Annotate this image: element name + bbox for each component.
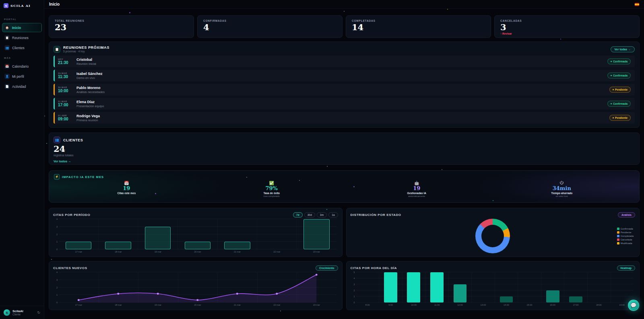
x-tick: 21 mar [217, 251, 257, 253]
impact-sublabel: mes completado [199, 195, 345, 197]
meetings-card-header: 📋 REUNIONES PRÓXIMAS 5 próximas · 4 hoy … [54, 46, 635, 53]
y-tick: 2 [53, 233, 58, 236]
status-badge: Confirmada [607, 101, 631, 107]
data-point-19-mar[interactable] [157, 293, 159, 295]
bar-11-00[interactable] [430, 272, 444, 302]
bar-20-mar[interactable] [185, 242, 211, 249]
filter-1a[interactable]: 1a [328, 212, 338, 218]
meeting-row[interactable]: 01 ABR09:00Rodrigo VegaPrimera reuniónPe… [54, 112, 635, 124]
data-point-22-mar[interactable] [276, 293, 278, 295]
sidebar-item-calendario[interactable]: 📅Calendario [2, 62, 42, 71]
chart-title-periodo: CITAS POR PERÍODO [53, 213, 90, 217]
legend-item-cancelada[interactable]: Cancelada [617, 238, 634, 241]
meeting-time: 09:00 [58, 117, 72, 121]
bar-18-mar[interactable] [105, 242, 131, 249]
bar-9-00[interactable] [384, 272, 397, 302]
meeting-time: 11:30 [58, 75, 72, 79]
upcoming-meetings-card: 📋 REUNIONES PRÓXIMAS 5 próximas · 4 hoy … [49, 41, 640, 128]
impact-value: 19 [344, 186, 489, 191]
view-all-clients-link[interactable]: Ver todos → [54, 160, 71, 163]
refresh-session-icon[interactable]: ↻ [37, 311, 40, 315]
meetings-title: REUNIONES PRÓXIMAS [63, 46, 109, 50]
impact-stat-tiempo-ahorrado: 34minTiempo ahorradoen este mes [489, 180, 635, 197]
chart-title-horas: CITAS POR HORA DEL DÍA [351, 266, 397, 270]
main-area: Inicio TOTAL REUNIONES23CONFIRMADAS4COMP… [44, 0, 644, 319]
bar-21-mar[interactable] [224, 242, 250, 249]
impact-sublabel: automáticamente [344, 195, 489, 197]
status-badge: Pendiente [609, 87, 631, 93]
bar-14-00[interactable] [500, 296, 513, 302]
x-tick: 13:00 [472, 304, 495, 306]
data-point-18-mar[interactable] [117, 293, 119, 295]
sidebar-item-mi-perfil[interactable]: 👤Mi perfil [2, 72, 42, 81]
sidebar-item-clientes[interactable]: 👥Clientes [2, 43, 42, 52]
bar-12-00[interactable] [454, 284, 467, 302]
view-all-meetings-button[interactable]: Ver todas → [611, 46, 635, 52]
bar-23-mar[interactable] [303, 219, 329, 249]
chart-card-clientes-nuevos: CLIENTES NUEVOS Crecimiento 0123417 mar1… [49, 261, 343, 310]
bar-17-00[interactable] [569, 296, 582, 302]
stat-label: CANCELADAS [500, 19, 634, 22]
line-chart-clientes-nuevos: 0123417 mar18 mar19 mar20 mar21 mar22 ma… [53, 272, 338, 307]
donut-chart[interactable] [475, 219, 510, 253]
meetings-header-text: REUNIONES PRÓXIMAS 5 próximas · 4 hoy [63, 46, 109, 53]
impact-value: 34min [489, 186, 635, 191]
legend-item-completada[interactable]: Completada [617, 235, 634, 237]
legend-item-pendiente[interactable]: Pendiente [617, 231, 634, 234]
stat-value: 4 [203, 23, 336, 32]
legend-label: Modificada [621, 242, 632, 244]
meeting-row[interactable]: 29 MAR11:30Isabel SánchezDemo en vivoCon… [54, 70, 635, 81]
legend-item-confirmada[interactable]: Confirmada [617, 228, 634, 230]
stat-label: TOTAL REUNIONES [55, 19, 188, 22]
x-tick: 10:00 [402, 304, 425, 306]
bar-17-mar[interactable] [66, 242, 91, 249]
stat-card-canceladas: CANCELADAS3↑ Revisar [494, 15, 640, 38]
meeting-row[interactable]: 31 MAR17:00Elena DíazPresentación equipo… [54, 98, 635, 110]
sidebar-item-inicio[interactable]: 🏠Inicio [2, 23, 42, 32]
bar-19-mar[interactable] [145, 227, 171, 249]
data-point-20-mar[interactable] [196, 299, 198, 301]
x-tick: 17 mar [59, 251, 99, 253]
impact-value: 79% [199, 186, 345, 191]
meeting-detail: Presentación equipo [76, 104, 104, 108]
x-axis: 17 mar18 mar19 mar20 mar21 mar22 mar23 m… [59, 250, 336, 253]
content: TOTAL REUNIONES23CONFIRMADAS4COMPLETADAS… [44, 9, 644, 319]
impact-sublabel [54, 195, 199, 197]
calendario-icon: 📅 [4, 64, 10, 69]
data-point-21-mar[interactable] [236, 293, 238, 295]
bar-16-00[interactable] [546, 290, 559, 302]
meeting-row[interactable]: HOY21:30CristobalReunión inicialConfirma… [54, 56, 635, 67]
meeting-name: Elena Díaz [76, 100, 104, 104]
review-alert[interactable]: ↑ Revisar [500, 32, 634, 35]
meeting-datetime: 31 MAR17:00 [58, 100, 72, 107]
sidebar-item-label: Inicio [12, 26, 21, 30]
meeting-list: HOY21:30CristobalReunión inicialConfirma… [54, 56, 635, 124]
meetings-icon: 📋 [54, 46, 60, 53]
filter-3m[interactable]: 3m [317, 212, 327, 218]
meeting-detail: Reunión inicial [76, 62, 96, 66]
legend-label: Confirmada [621, 228, 633, 230]
sidebar-user-card[interactable]: S ScilaAI Cliente ↻ [0, 306, 44, 319]
clients-card: 👥 CLIENTES 24 registros totales Ver todo… [49, 133, 640, 165]
page-title: Inicio [49, 2, 60, 6]
bar-10-00[interactable] [407, 272, 420, 302]
filter-30d[interactable]: 30d [304, 212, 315, 218]
sidebar-item-reuniones[interactable]: 📋Reuniones [2, 33, 42, 42]
meeting-row[interactable]: 30 MAR10:00Pablo MorenoAnálisis necesida… [54, 84, 635, 95]
avatar: S [4, 309, 10, 316]
y-tick: 2 [351, 289, 355, 292]
chart-legend: ConfirmadaPendienteCompletadaCanceladaMo… [617, 228, 634, 244]
x-axis: 17 mar18 mar19 mar20 mar21 mar22 mar23 m… [59, 303, 336, 307]
legend-item-modificada[interactable]: Modificada [617, 242, 634, 244]
nav-section-label: PORTAL [0, 14, 44, 22]
filter-7d[interactable]: 7d [293, 212, 303, 218]
user-name: ScilaAI [12, 309, 23, 313]
spain-flag-icon[interactable] [635, 3, 639, 6]
data-point-23-mar[interactable] [316, 274, 318, 276]
charts-row-bottom: CLIENTES NUEVOS Crecimiento 0123417 mar1… [49, 261, 640, 310]
data-point-17-mar[interactable] [78, 299, 80, 301]
chat-button[interactable]: 💬 [628, 300, 639, 311]
sidebar-item-actividad[interactable]: 📄Actividad [2, 82, 42, 91]
x-tick: 20 mar [178, 304, 218, 306]
legend-swatch [617, 238, 619, 241]
